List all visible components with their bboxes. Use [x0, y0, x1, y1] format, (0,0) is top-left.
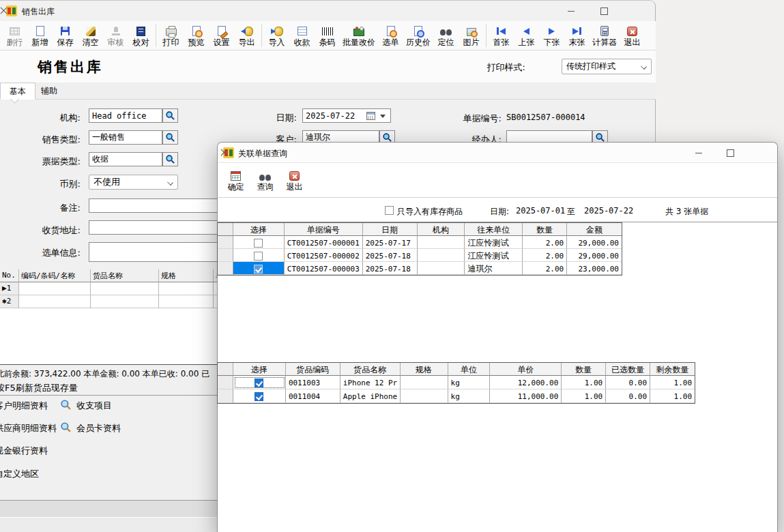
dialog-query-button[interactable]: 查询 [252, 167, 278, 194]
toolbar-save-button[interactable]: 保存 [53, 22, 78, 49]
org-cell[interactable] [418, 262, 465, 275]
col-header-spec[interactable]: 规格 [401, 363, 448, 376]
doc-no-cell[interactable]: CT0012507-000001 [285, 236, 363, 249]
col-header-spec[interactable]: 规格 [159, 269, 214, 282]
bill-type-input[interactable]: 收据 [89, 152, 162, 166]
bill-type-lookup-button[interactable] [162, 152, 178, 166]
detail-grid-row[interactable]: ✱2 [0, 295, 236, 308]
col-header-price[interactable]: 单价 [490, 363, 562, 376]
col-header-no[interactable]: No. [0, 269, 19, 282]
selected-qty-cell[interactable]: 0.00 [606, 389, 650, 403]
grid-cell[interactable] [19, 295, 91, 308]
date-cell[interactable]: 2025-07-18 [363, 262, 418, 275]
spec-cell[interactable] [401, 389, 448, 403]
maximize-button[interactable] [592, 3, 615, 18]
qty-cell[interactable]: 2.00 [523, 262, 567, 275]
detail-grid-row[interactable]: ▶1 [0, 282, 236, 295]
currency-select[interactable]: 不使用 [89, 175, 178, 190]
col-header-qty[interactable]: 数量 [523, 223, 567, 236]
spec-cell[interactable] [401, 376, 448, 389]
toolbar-export-button[interactable]: 导出 [234, 22, 259, 49]
col-header-org[interactable]: 机构 [418, 223, 465, 236]
row-checkbox[interactable] [254, 239, 263, 248]
toolbar-import-button[interactable]: 导入 [264, 22, 289, 49]
org-input[interactable]: Head office [89, 108, 162, 123]
col-header-partner[interactable]: 往来单位 [465, 223, 523, 236]
qty-cell[interactable]: 1.00 [562, 389, 606, 403]
toolbar-locate-button[interactable]: 定位 [433, 22, 459, 49]
amount-cell[interactable]: 23,000.00 [567, 262, 622, 275]
unit-cell[interactable]: kg [448, 376, 491, 389]
grid-cell[interactable] [19, 282, 91, 295]
toolbar-barcode-button[interactable]: 条码 [315, 22, 340, 49]
org-cell[interactable] [418, 236, 465, 249]
grid-cell[interactable] [159, 282, 214, 295]
col-header-remaining-qty[interactable]: 剩余数量 [650, 363, 695, 376]
toolbar-delete-row-button[interactable]: 删行 [2, 22, 27, 49]
col-header-name[interactable]: 货品名称 [91, 269, 159, 282]
toolbar-batch-price-button[interactable]: 批量改价 [340, 22, 378, 49]
select-cell-focused[interactable] [233, 376, 286, 389]
date-cell[interactable]: 2025-07-18 [363, 249, 418, 262]
grid-cell[interactable] [91, 295, 159, 308]
select-cell[interactable] [233, 236, 285, 249]
amount-cell[interactable]: 29,000.00 [567, 236, 622, 249]
date-input[interactable]: 2025-07-22 [302, 108, 391, 123]
link-member-card-info[interactable]: 会员卡资料 [76, 422, 121, 434]
toolbar-picture-button[interactable]: 图片 [459, 22, 484, 49]
minimize-button[interactable] [560, 3, 583, 18]
date-cell[interactable]: 2025-07-17 [363, 236, 418, 249]
toolbar-print-button[interactable]: 打印 [158, 22, 184, 49]
dialog-exit-button[interactable]: 退出 [282, 167, 307, 194]
toolbar-history-price-button[interactable]: 历史价 [403, 22, 433, 49]
amount-cell[interactable]: 29,000.00 [567, 249, 622, 262]
orders-table-row[interactable]: CT0012507-000001 2025-07-17 江应怜测试 2.00 2… [218, 236, 622, 249]
doc-no-cell[interactable]: CT0012507-000002 [285, 249, 363, 262]
dialog-minimize-button[interactable] [687, 145, 710, 160]
selected-qty-cell[interactable]: 0.00 [606, 376, 650, 389]
qty-cell[interactable]: 2.00 [523, 249, 567, 262]
col-header-select[interactable]: 选择 [233, 363, 286, 376]
toolbar-audit-button[interactable]: 审核 [103, 22, 128, 49]
col-header-code[interactable]: 编码/条码/名称 [19, 269, 91, 282]
org-lookup-button[interactable] [162, 108, 178, 123]
partner-cell[interactable]: 迪琪尔 [465, 262, 523, 275]
partner-cell[interactable]: 江应怜测试 [465, 236, 523, 249]
toolbar-select-doc-button[interactable]: 选单 [378, 22, 403, 49]
orders-table-row[interactable]: CT0012507-000002 2025-07-18 江应怜测试 2.00 2… [218, 249, 622, 262]
orders-table-row-selected[interactable]: CT0012507-000003 2025-07-18 迪琪尔 2.00 23,… [218, 262, 622, 275]
toolbar-prev-record-button[interactable]: 上张 [514, 22, 539, 49]
col-header-unit[interactable]: 单位 [448, 363, 491, 376]
col-header-selected-qty[interactable]: 已选数量 [606, 363, 650, 376]
col-header-select[interactable]: 选择 [233, 223, 285, 236]
col-header-item-name[interactable]: 货品名称 [340, 363, 401, 376]
sale-type-lookup-button[interactable] [162, 130, 178, 145]
price-cell[interactable]: 12,000.00 [490, 376, 562, 389]
dialog-close-button[interactable] [212, 145, 235, 160]
dialog-maximize-button[interactable] [718, 145, 742, 160]
toolbar-next-record-button[interactable]: 下张 [539, 22, 564, 49]
item-code-cell[interactable]: 0011003 [286, 376, 340, 389]
select-cell[interactable] [233, 389, 286, 403]
print-style-select[interactable]: 传统打印样式 [562, 59, 652, 74]
toolbar-settings-button[interactable]: 设置 [209, 22, 234, 49]
close-button[interactable] [0, 3, 15, 18]
row-checkbox-checked[interactable] [255, 379, 263, 387]
tab-auxiliary[interactable]: 辅助 [32, 83, 66, 100]
toolbar-receive-payment-button[interactable]: 收款 [289, 22, 315, 49]
toolbar-first-record-button[interactable]: 首张 [489, 22, 514, 49]
toolbar-verify-button[interactable]: 校对 [128, 22, 154, 49]
qty-cell[interactable]: 2.00 [523, 236, 567, 249]
unit-cell[interactable]: kg [448, 389, 491, 403]
select-cell[interactable] [233, 262, 285, 275]
only-stock-checkbox[interactable] [385, 206, 394, 215]
row-checkbox-checked[interactable] [254, 265, 263, 274]
toolbar-preview-button[interactable]: 预览 [184, 22, 209, 49]
grid-cell[interactable] [91, 282, 159, 295]
partner-cell[interactable]: 江应怜测试 [465, 249, 523, 262]
org-cell[interactable] [418, 249, 465, 262]
link-supplier-details[interactable]: 供应商明细资料 [0, 422, 57, 434]
dialog-confirm-button[interactable]: 确定 [223, 167, 248, 194]
items-table-row[interactable]: 0011003 iPhone 12 Pr kg 12,000.00 1.00 0… [218, 376, 695, 389]
col-header-doc-no[interactable]: 单据编号 [285, 223, 363, 236]
